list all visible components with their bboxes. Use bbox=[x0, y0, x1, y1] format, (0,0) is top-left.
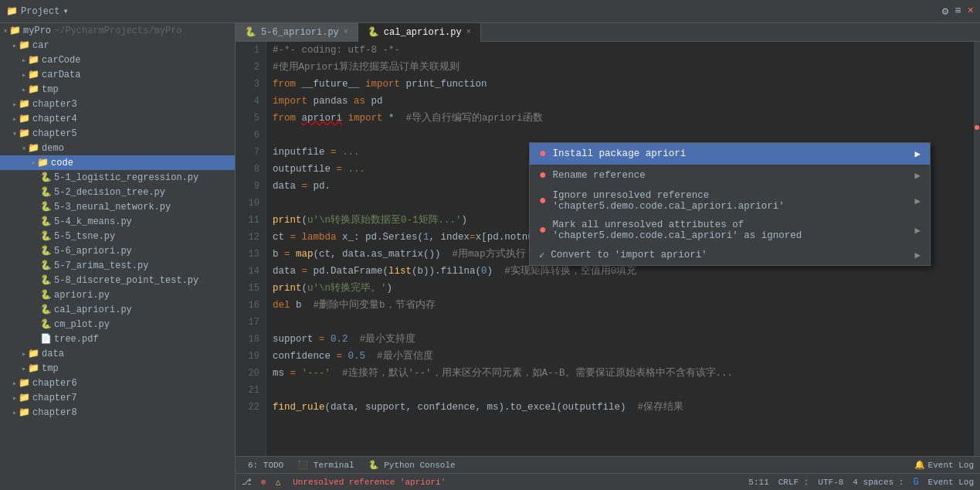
google-icon: G bbox=[913, 477, 918, 488]
ch5-folder-icon: 📁 bbox=[19, 128, 30, 139]
sidebar-item-code[interactable]: ▾ 📁 code bbox=[0, 155, 235, 170]
line-numbers: 1 2 3 4 5 6 7 8 9 10 11 12 13 14 15 16 1 bbox=[236, 42, 266, 456]
sidebar-item-chapter6[interactable]: ▸ 📁 chapter6 bbox=[0, 376, 235, 390]
line5-from: from bbox=[273, 110, 302, 127]
tab-calapriori-close-icon[interactable]: × bbox=[466, 28, 471, 36]
install-arrow-icon: ▶ bbox=[914, 148, 921, 160]
main-layout: ▾ 📁 myPro ~/PycharmProjects/myPro ▸ 📁 ca… bbox=[0, 23, 980, 490]
code-label: code bbox=[51, 158, 73, 168]
cursor-position[interactable]: 5:11 bbox=[748, 478, 768, 487]
sidebar-item-logistic[interactable]: 🐍 5-1_logistic_regression.py bbox=[0, 170, 235, 185]
project-title: Project bbox=[21, 6, 59, 17]
todo-tab[interactable]: 6: TODO bbox=[242, 459, 290, 471]
sidebar-item-treepdf[interactable]: 📄 tree.pdf bbox=[0, 332, 235, 346]
title-bar: 📁 Project ▾ ⚙ ≡ × bbox=[0, 0, 980, 23]
tab-apriori56-label: 5-6_apriori.py bbox=[261, 27, 339, 38]
tsne-file-icon: 🐍 bbox=[40, 230, 52, 242]
sidebar-item-demo[interactable]: ▾ 📁 demo bbox=[0, 141, 235, 155]
ch8-label: chapter8 bbox=[32, 407, 77, 418]
apriori56-file-icon: 🐍 bbox=[40, 245, 52, 257]
decision-label: 5-2_decision_tree.py bbox=[54, 187, 165, 198]
menu-item-convert[interactable]: ✓ Convert to 'import apriori' ▶ bbox=[530, 245, 930, 265]
ln-22: 22 bbox=[242, 399, 259, 416]
treepdf-file-icon: 📄 bbox=[40, 333, 52, 345]
line-2: #使用Apriori算法挖掘英品订单关联规则 bbox=[273, 59, 974, 76]
tab-calapriori[interactable]: 🐍 cal_apriori.py × bbox=[358, 23, 481, 42]
sidebar-item-chapter5[interactable]: ▾ 📁 chapter5 bbox=[0, 126, 235, 141]
sidebar-item-car[interactable]: ▸ 📁 car bbox=[0, 38, 235, 53]
tab-apriori56-close-icon[interactable]: × bbox=[344, 28, 348, 36]
ch7-label: chapter7 bbox=[32, 393, 77, 403]
tmp-car-label: tmp bbox=[42, 84, 59, 95]
ch6-label: chapter6 bbox=[32, 378, 77, 389]
sidebar-item-apriori56[interactable]: 🐍 5-6_apriori.py bbox=[0, 243, 235, 258]
line-4: import pandas as pd bbox=[273, 93, 974, 110]
project-folder-icon: 📁 bbox=[6, 5, 18, 17]
sidebar-item-neural[interactable]: 🐍 5-3_neural_network.py bbox=[0, 199, 235, 214]
ln-13: 13 bbox=[242, 246, 259, 263]
warning-count: △ bbox=[276, 477, 281, 487]
context-menu: ● Install package apriori ▶ ● Rename ref… bbox=[529, 142, 931, 266]
sidebar: ▾ 📁 myPro ~/PycharmProjects/myPro ▸ 📁 ca… bbox=[0, 23, 236, 490]
ch7-arrow-icon: ▸ bbox=[12, 393, 17, 403]
sidebar-item-chapter4[interactable]: ▸ 📁 chapter4 bbox=[0, 111, 235, 126]
menu-item-rename[interactable]: ● Rename reference ▶ bbox=[530, 165, 930, 186]
treepdf-label: tree.pdf bbox=[54, 334, 99, 345]
apriori56-label: 5-6_apriori.py bbox=[54, 246, 132, 257]
indent[interactable]: 4 spaces : bbox=[853, 478, 904, 487]
install-label: Install package apriori bbox=[553, 148, 687, 159]
sidebar-item-tmp-car[interactable]: ▸ 📁 tmp bbox=[0, 82, 235, 97]
sidebar-item-decision[interactable]: 🐍 5-2_decision_tree.py bbox=[0, 185, 235, 199]
ch4-folder-icon: 📁 bbox=[19, 113, 30, 124]
status-right: 5:11 CRLF : UTF-8 4 spaces : G Event Log bbox=[748, 477, 974, 488]
ln-20: 20 bbox=[242, 365, 259, 382]
settings-icon[interactable]: ⚙ bbox=[942, 5, 948, 18]
error-message-bar: Unresolved reference 'apriori' bbox=[293, 478, 446, 487]
menu-item-mark-ignored[interactable]: ● Mark all unresolved attributes of 'cha… bbox=[530, 216, 930, 245]
line-18: support = 0.2 #最小支持度 bbox=[273, 331, 974, 348]
terminal-tab[interactable]: ⬛ Terminal bbox=[291, 458, 360, 471]
rename-label: Rename reference bbox=[553, 170, 646, 181]
project-label: 📁 Project ▾ bbox=[6, 5, 69, 17]
tsne-label: 5-5_tsne.py bbox=[54, 231, 115, 242]
sidebar-item-carcode[interactable]: ▸ 📁 carCode bbox=[0, 53, 235, 67]
tab-apriori56[interactable]: 🐍 5-6_apriori.py × bbox=[236, 23, 358, 41]
code-folder-icon: 📁 bbox=[37, 157, 49, 168]
sidebar-item-chapter8[interactable]: ▸ 📁 chapter8 bbox=[0, 405, 235, 420]
menu-item-ignore[interactable]: ● Ignore unresolved reference 'chapter5.… bbox=[530, 186, 930, 216]
tmp-label: tmp bbox=[42, 363, 59, 374]
event-log-label[interactable]: Event Log bbox=[928, 461, 974, 470]
ln-19: 19 bbox=[242, 348, 259, 365]
close-icon[interactable]: × bbox=[968, 5, 974, 18]
sidebar-item-data[interactable]: ▸ 📁 data bbox=[0, 346, 235, 361]
layout-icon[interactable]: ≡ bbox=[955, 5, 961, 18]
event-log-status[interactable]: Event Log bbox=[928, 478, 974, 487]
sidebar-item-aprioripy[interactable]: 🐍 apriori.py bbox=[0, 288, 235, 302]
tab-apriori56-icon: 🐍 bbox=[245, 26, 256, 38]
cardata-label: carData bbox=[42, 70, 80, 80]
decision-file-icon: 🐍 bbox=[40, 186, 52, 198]
sidebar-root[interactable]: ▾ 📁 myPro ~/PycharmProjects/myPro bbox=[0, 23, 235, 38]
sidebar-item-tsne[interactable]: 🐍 5-5_tsne.py bbox=[0, 229, 235, 243]
tab-calapriori-label: cal_apriori.py bbox=[384, 27, 462, 38]
sidebar-item-discrete[interactable]: 🐍 5-8_discrete_point_test.py bbox=[0, 273, 235, 288]
sidebar-item-chapter7[interactable]: ▸ 📁 chapter7 bbox=[0, 390, 235, 405]
line-endings[interactable]: CRLF : bbox=[778, 478, 809, 487]
code-arrow-icon: ▾ bbox=[31, 158, 36, 168]
sidebar-item-cardata[interactable]: ▸ 📁 carData bbox=[0, 67, 235, 82]
menu-item-install[interactable]: ● Install package apriori ▶ bbox=[530, 143, 930, 165]
sidebar-item-kmeans[interactable]: 🐍 5-4_k_means.py bbox=[0, 214, 235, 229]
sidebar-item-cmplot[interactable]: 🐍 cm_plot.py bbox=[0, 317, 235, 332]
line-21 bbox=[273, 382, 974, 399]
car-arrow-icon: ▸ bbox=[12, 41, 17, 50]
python-console-tab[interactable]: 🐍 Python Console bbox=[362, 458, 462, 471]
kmeans-file-icon: 🐍 bbox=[40, 216, 52, 227]
sidebar-item-calapriori[interactable]: 🐍 cal_apriori.py bbox=[0, 302, 235, 317]
encoding[interactable]: UTF-8 bbox=[818, 478, 843, 487]
sidebar-item-chapter3[interactable]: ▸ 📁 chapter3 bbox=[0, 97, 235, 111]
sidebar-item-tmp[interactable]: ▸ 📁 tmp bbox=[0, 361, 235, 376]
project-dropdown-icon[interactable]: ▾ bbox=[63, 5, 68, 17]
code-editor[interactable]: 1 2 3 4 5 6 7 8 9 10 11 12 13 14 15 16 1 bbox=[236, 42, 980, 456]
sidebar-item-arima[interactable]: 🐍 5-7_arima_test.py bbox=[0, 258, 235, 273]
ch3-arrow-icon: ▸ bbox=[12, 100, 17, 109]
